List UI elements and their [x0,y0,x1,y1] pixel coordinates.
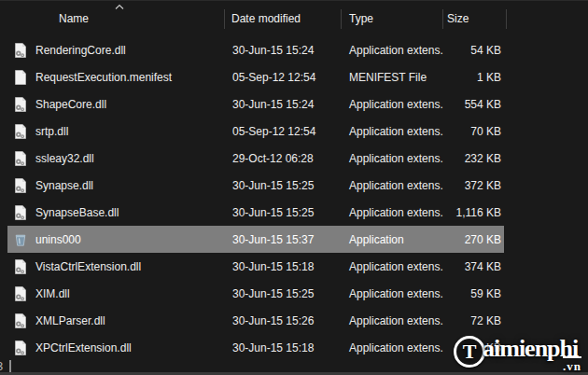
file-type: Application extens... [342,125,443,138]
file-size: 70 KB [443,125,507,138]
column-header-size-label: Size [447,12,469,25]
text-caret [9,360,11,373]
file-row[interactable]: SynapseBase.dll 30-Jun-15 15:25 Applicat… [0,199,588,226]
uninstaller-app-icon [13,232,28,247]
file-name: XIM.dll [35,287,70,300]
column-header-date-modified[interactable]: Date modified [225,1,342,36]
dll-file-icon [13,97,28,112]
document-file-icon [13,70,28,85]
column-resize-handle[interactable] [442,9,443,29]
file-type: Application extens... [342,152,443,165]
sort-ascending-icon [115,4,124,10]
file-name: SynapseBase.dll [35,206,119,219]
file-name-cell: RenderingCore.dll [0,43,225,58]
file-row[interactable]: XPCtrlExtension.dll 30-Jun-15 15:18 Appl… [0,334,588,361]
file-date-modified: 30-Jun-15 15:25 [225,206,342,219]
file-explorer-window: Name Date modified Type Size RenderingCo… [0,0,588,375]
file-name-cell: ssleay32.dll [0,151,225,166]
file-name: VistaCtrlExtension.dll [35,260,141,273]
file-date-modified: 30-Jun-15 15:18 [225,341,342,354]
file-date-modified: 30-Jun-15 15:24 [225,98,342,111]
file-row[interactable]: RenderingCore.dll 30-Jun-15 15:24 Applic… [0,36,588,63]
file-type: MENIFEST File [342,71,443,84]
file-row[interactable]: srtp.dll 05-Sep-12 12:54 Application ext… [0,118,588,145]
dll-file-icon [13,286,28,301]
file-size: 374 KB [443,260,507,273]
dll-file-icon [13,151,28,166]
file-name: srtp.dll [35,125,68,138]
column-header-size[interactable]: Size [443,1,507,36]
file-size: 1,116 KB [443,206,507,219]
file-date-modified: 30-Jun-15 15:24 [225,44,342,57]
file-size: 232 KB [443,152,507,165]
column-resize-handle[interactable] [506,9,507,29]
column-resize-handle[interactable] [224,9,225,29]
file-type: Application extens... [342,179,443,192]
column-resize-handle[interactable] [341,9,342,29]
dll-file-icon [13,178,28,193]
file-date-modified: 05-Sep-12 12:54 [225,71,342,84]
file-name-cell: XIM.dll [0,286,225,301]
column-header-type-label: Type [349,12,373,25]
file-name-cell: unins000 [0,232,225,247]
file-name: ShapeCore.dll [35,98,106,111]
file-date-modified: 05-Sep-12 12:54 [225,125,342,138]
file-type: Application extens... [342,44,443,57]
file-size: 1 KB [443,71,507,84]
dll-file-icon [13,259,28,274]
file-type: Application extens... [342,260,443,273]
column-headers: Name Date modified Type Size [0,1,588,36]
file-name: unins000 [35,233,81,246]
column-header-name-label: Name [59,12,89,25]
file-name-cell: VistaCtrlExtension.dll [0,259,225,274]
file-size: 372 KB [443,179,507,192]
file-row[interactable]: Synapse.dll 30-Jun-15 15:25 Application … [0,172,588,199]
file-name-cell: Synapse.dll [0,178,225,193]
dll-file-icon [13,313,28,328]
file-name-cell: XPCtrlExtension.dll [0,340,225,355]
file-type: Application [342,233,443,246]
file-row[interactable]: XMLParser.dll 30-Jun-15 15:26 Applicatio… [0,307,588,334]
file-size: 270 KB [443,233,507,246]
file-type: Application extens... [342,98,443,111]
file-name-cell: srtp.dll [0,124,225,139]
file-size: 59 KB [443,287,507,300]
file-type: Application extens... [342,287,443,300]
dll-file-icon [13,205,28,220]
file-size: 54 KB [443,44,507,57]
column-header-filler [507,1,588,36]
file-date-modified: 30-Jun-15 15:25 [225,179,342,192]
file-size: 554 KB [443,98,507,111]
file-date-modified: 30-Jun-15 15:25 [225,287,342,300]
file-row[interactable]: ShapeCore.dll 30-Jun-15 15:24 Applicatio… [0,90,588,118]
file-type: Application extens... [342,341,443,354]
status-bar-fragment: 3 [0,360,3,372]
file-type: Application extens... [342,206,443,219]
file-row[interactable]: RequestExecution.menifest 05-Sep-12 12:5… [0,63,588,90]
file-name-cell: RequestExecution.menifest [0,70,225,85]
file-name-cell: ShapeCore.dll [0,97,225,112]
file-list: RenderingCore.dll 30-Jun-15 15:24 Applic… [0,36,588,361]
file-row[interactable]: VistaCtrlExtension.dll 30-Jun-15 15:18 A… [0,253,588,280]
dll-file-icon [13,340,28,355]
file-type: Application extens... [342,314,443,327]
file-size: 1,048 KB [443,341,507,354]
file-name: ssleay32.dll [35,152,94,165]
file-date-modified: 30-Jun-15 15:26 [225,314,342,327]
column-header-type[interactable]: Type [342,1,443,36]
file-name-cell: XMLParser.dll [0,313,225,328]
file-date-modified: 30-Jun-15 15:18 [225,260,342,273]
file-name: RequestExecution.menifest [35,71,172,84]
file-name: Synapse.dll [35,179,93,192]
file-row[interactable]: XIM.dll 30-Jun-15 15:25 Application exte… [0,280,588,307]
dll-file-icon [13,43,28,58]
file-name: XPCtrlExtension.dll [35,341,132,354]
column-header-date-label: Date modified [231,12,301,25]
file-row[interactable]: ssleay32.dll 29-Oct-12 06:28 Application… [0,145,588,172]
file-row[interactable]: unins000 30-Jun-15 15:37 Application 270… [0,226,588,253]
dll-file-icon [13,124,28,139]
file-name: RenderingCore.dll [35,44,126,57]
column-header-name[interactable]: Name [0,1,225,36]
file-date-modified: 29-Oct-12 06:28 [225,152,342,165]
file-date-modified: 30-Jun-15 15:37 [225,233,342,246]
